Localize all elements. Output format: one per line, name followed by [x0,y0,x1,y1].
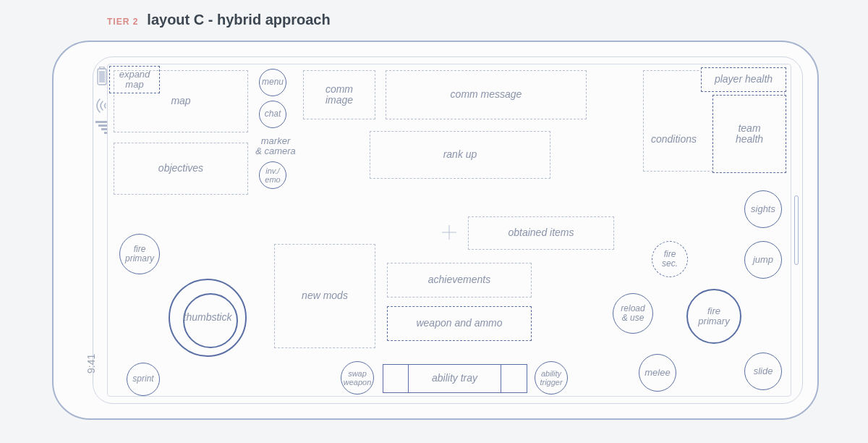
page-header: TIER 2 layout C - hybrid approach [107,12,331,28]
zone-expand-map-label: expand map [119,69,150,90]
zone-comm-image: comm image [303,70,375,119]
zone-reload-use-label: reload & use [621,304,644,323]
zone-sights-label: sights [751,204,775,214]
screen: map expand map objectives menu chat mark… [107,64,791,397]
zone-obtained-items-label: obtained items [508,227,574,238]
home-button[interactable] [794,195,799,265]
zone-menu[interactable]: menu [259,69,286,96]
zone-weapon-ammo-label: weapon and ammo [416,318,502,329]
svg-rect-2 [99,71,105,83]
zone-slide[interactable]: slide [744,353,782,390]
zone-new-mods: new mods [274,244,375,348]
tier-label: TIER 2 [107,17,138,27]
zone-jump[interactable]: jump [744,241,782,279]
zone-ability-tray-label: ability tray [432,373,477,384]
zone-obtained-items: obtained items [468,216,614,250]
zone-comm-message-label: comm message [451,89,522,100]
zone-jump-label: jump [753,255,773,265]
zone-comm-image-label: comm image [326,84,353,106]
zone-sights[interactable]: sights [744,190,782,228]
zone-conditions-label: conditions [651,134,697,145]
zone-reload-use[interactable]: reload & use [613,293,653,334]
zone-fire-primary-left-label: fire primary [125,245,154,263]
zone-marker-camera: marker & camera [250,134,302,159]
zone-slide-label: slide [754,366,773,376]
zone-team-health: team health [712,95,786,173]
zone-melee-label: melee [644,368,670,378]
zone-inv-emo-label: inv./ emo [265,166,280,184]
zone-swap-weapon-label: swap weapon [344,369,372,387]
zone-thumbstick[interactable]: thumbstick [169,279,247,357]
zone-achievements-label: achievements [428,274,490,285]
zone-fire-secondary-label: fire sec. [662,250,678,269]
zone-sprint[interactable]: sprint [127,363,160,396]
zone-weapon-ammo[interactable]: weapon and ammo [387,306,532,341]
zone-expand-map[interactable]: expand map [109,66,160,93]
zone-rank-up: rank up [370,131,550,179]
zone-new-mods-label: new mods [302,290,348,301]
zone-comm-message: comm message [386,70,587,119]
zone-rank-up-label: rank up [443,149,477,160]
zone-ability-tray[interactable]: ability tray [383,364,527,393]
zone-objectives-label: objectives [158,163,203,174]
zone-fire-secondary[interactable]: fire sec. [652,241,688,277]
zone-ability-trigger[interactable]: ability trigger [535,361,568,395]
zone-player-health: player health [701,67,786,92]
zone-melee[interactable]: melee [639,354,676,392]
zone-marker-camera-label: marker & camera [255,136,296,157]
zone-fire-primary-right-label: fire primary [698,306,729,327]
zone-objectives[interactable]: objectives [114,143,248,195]
zone-team-health-label: team health [736,123,763,145]
zone-inv-emo[interactable]: inv./ emo [259,161,286,189]
zone-player-health-label: player health [715,74,773,85]
zone-menu-label: menu [262,77,284,87]
zone-ability-trigger-label: ability trigger [540,369,562,387]
zone-chat[interactable]: chat [259,101,286,128]
zone-achievements: achievements [387,263,532,298]
layout-title: layout C - hybrid approach [147,12,330,28]
zone-fire-primary-left[interactable]: fire primary [119,234,160,274]
zone-sprint-label: sprint [132,374,153,384]
zone-swap-weapon[interactable]: swap weapon [341,361,374,395]
zone-map-label: map [171,96,190,106]
crosshair-icon [442,225,456,240]
phone-frame-outer: 9:41 map expand map objectives menu chat… [52,41,819,420]
zone-chat-label: chat [265,109,281,119]
clock: 9:41 [85,354,97,374]
zone-thumbstick-label: thumbstick [184,312,232,323]
zone-fire-primary-right[interactable]: fire primary [686,289,741,344]
